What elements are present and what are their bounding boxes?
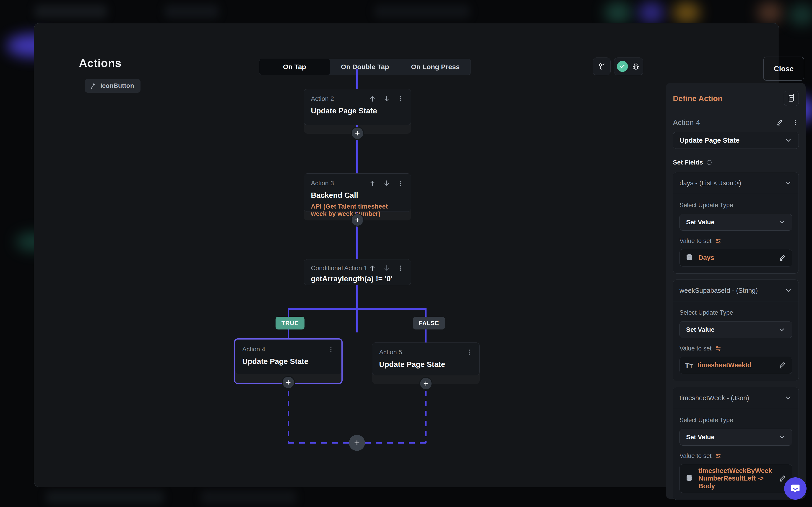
backdrop-glow-avatar-brown [757, 2, 783, 23]
connector-split-horizontal [288, 308, 427, 309]
field-card-days: days - (List < Json >) Select Update Typ… [673, 172, 799, 274]
tab-on-tap[interactable]: On Tap [259, 59, 330, 75]
add-action-button[interactable] [351, 213, 364, 227]
kebab-menu-icon[interactable] [792, 119, 799, 126]
chevron-down-icon [778, 219, 786, 226]
update-type-label: Select Update Type [680, 417, 792, 424]
define-action-panel: Define Action Action 4 Update Page State… [666, 83, 806, 499]
update-type-select[interactable]: Set Value [680, 214, 792, 231]
doc-plus-icon [787, 94, 796, 103]
node-title: getArraylength(a) != '0' [311, 275, 404, 283]
field-card-header[interactable]: days - (List < Json >) [673, 172, 799, 194]
update-type-select[interactable]: Set Value [680, 321, 792, 338]
edit-pencil-icon[interactable] [779, 361, 787, 370]
bug-icon [632, 62, 640, 71]
backdrop-blob-bottomleft [46, 491, 164, 504]
add-action-button[interactable] [282, 376, 295, 389]
node-title: Update Page State [311, 107, 404, 115]
edit-pencil-icon[interactable] [779, 474, 787, 483]
move-down-icon[interactable] [383, 180, 390, 187]
node-title: Update Page State [242, 357, 334, 366]
panel-title: Define Action [673, 94, 723, 103]
field-card-weekSupabaseId: weekSupabaseId - (String) Select Update … [673, 280, 799, 381]
move-up-icon[interactable] [369, 265, 376, 272]
chevron-down-icon [785, 179, 792, 187]
kebab-menu-icon[interactable] [397, 180, 404, 187]
node-action2[interactable]: Action 2 Update Page State [304, 89, 411, 134]
connector-true-dashed [288, 391, 289, 443]
field-card-header[interactable]: weekSupabaseId - (String) [673, 280, 799, 301]
close-button[interactable]: Close [763, 57, 804, 81]
update-type-label: Select Update Type [680, 309, 792, 316]
page-title: Actions [79, 57, 122, 70]
trigger-tabs: On Tap On Double Tap On Long Press [259, 59, 471, 75]
add-action-button[interactable] [351, 127, 364, 140]
component-chip[interactable]: IconButton [85, 79, 140, 93]
chat-launcher-button[interactable] [784, 477, 807, 500]
node-label: Action 5 [379, 349, 466, 356]
add-action-button[interactable] [419, 377, 432, 390]
chevron-down-icon [778, 326, 786, 333]
kebab-menu-icon[interactable] [327, 346, 334, 352]
value-box[interactable]: Days [680, 249, 792, 267]
move-down-icon[interactable] [383, 95, 390, 103]
backdrop-blob-bottommid [201, 491, 297, 504]
backdrop-glow-avatar-indigo [639, 2, 664, 23]
value-to-set-label: Value to set [680, 345, 712, 352]
branch-badge-true: TRUE [275, 317, 305, 330]
node-conditional1[interactable]: Conditional Action 1 getArraylength(a) !… [304, 259, 411, 285]
chevron-down-icon [785, 394, 792, 402]
update-type-label: Select Update Type [680, 202, 792, 209]
field-card-header[interactable]: timesheetWeek - (Json) [673, 387, 799, 409]
connector-false-dashed [425, 391, 427, 443]
edit-pencil-icon[interactable] [776, 119, 784, 126]
kebab-menu-icon[interactable] [466, 349, 473, 355]
tab-on-long-press[interactable]: On Long Press [400, 59, 471, 75]
set-fields-label: Set Fields [673, 159, 703, 166]
node-label: Conditional Action 1 [311, 265, 369, 272]
action-flow-icon [597, 62, 606, 71]
backdrop-strip-topmid [164, 5, 219, 18]
kebab-menu-icon[interactable] [397, 95, 404, 102]
edit-pencil-icon[interactable] [779, 254, 787, 262]
value-box[interactable]: TT timesheetWeekId [680, 357, 792, 374]
value-to-set-label: Value to set [680, 452, 712, 459]
selected-action-name: Action 4 [673, 118, 776, 127]
chevron-down-icon [785, 136, 792, 144]
chevron-down-icon [785, 287, 792, 294]
update-type-select[interactable]: Set Value [680, 429, 792, 446]
move-up-icon[interactable] [369, 180, 376, 187]
backdrop-glow-avatar-amber [673, 2, 700, 23]
tab-on-double-tap[interactable]: On Double Tap [330, 59, 400, 75]
branch-badge-false: FALSE [413, 317, 445, 330]
chevron-down-icon [778, 434, 786, 441]
backdrop-strip-topleft [34, 5, 107, 18]
node-action3[interactable]: Action 3 Backend Call API (Get Talent ti… [304, 173, 411, 220]
actions-modal: Actions IconButton On Tap On Double Tap … [34, 23, 779, 487]
move-up-icon[interactable] [369, 95, 376, 103]
add-action-merge-button[interactable] [349, 435, 365, 451]
copy-action-button[interactable] [784, 91, 799, 106]
node-title: Backend Call [311, 191, 404, 200]
node-label: Action 4 [242, 346, 327, 353]
node-label: Action 3 [311, 180, 369, 187]
action-type-select[interactable]: Update Page State [673, 132, 799, 149]
database-icon [685, 253, 694, 263]
backdrop-glow-avatar-teal [605, 2, 632, 23]
component-chip-label: IconButton [100, 82, 134, 90]
gesture-tap-icon [89, 82, 97, 90]
text-type-icon: TT [685, 361, 693, 370]
backdrop-strip-topmid2 [374, 5, 470, 18]
status-debug-button[interactable] [614, 57, 643, 75]
action-flow-button[interactable] [593, 57, 611, 75]
value-text: timesheetWeekByWeekNumberResultLeft -> B… [698, 467, 774, 490]
node-action4[interactable]: Action 4 Update Page State [234, 338, 342, 384]
node-action5[interactable]: Action 5 Update Page State [372, 342, 480, 384]
value-box[interactable]: timesheetWeekByWeekNumberResultLeft -> B… [680, 464, 792, 493]
kebab-menu-icon[interactable] [397, 265, 404, 272]
field-card-timesheetWeek: timesheetWeek - (Json) Select Update Typ… [673, 387, 799, 500]
sliders-settings-icon [715, 345, 722, 352]
sliders-settings-icon [715, 453, 722, 459]
move-down-icon[interactable] [383, 265, 390, 272]
value-to-set-label: Value to set [680, 237, 712, 244]
